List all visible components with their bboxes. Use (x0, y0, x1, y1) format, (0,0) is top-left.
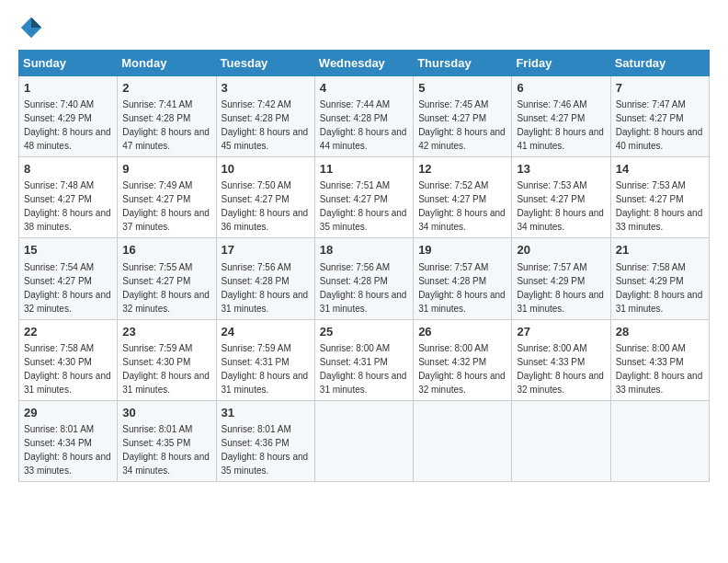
table-row: 29 Sunrise: 8:01 AMSunset: 4:34 PMDaylig… (19, 400, 118, 481)
logo (18, 15, 48, 40)
table-row: 2 Sunrise: 7:41 AMSunset: 4:28 PMDayligh… (118, 76, 216, 157)
calendar-week: 8 Sunrise: 7:48 AMSunset: 4:27 PMDayligh… (19, 157, 710, 238)
table-row: 6 Sunrise: 7:46 AMSunset: 4:27 PMDayligh… (512, 76, 610, 157)
table-row: 28 Sunrise: 8:00 AMSunset: 4:33 PMDaylig… (610, 319, 709, 400)
table-row: 18 Sunrise: 7:56 AMSunset: 4:28 PMDaylig… (314, 238, 413, 319)
table-row: 22 Sunrise: 7:58 AMSunset: 4:30 PMDaylig… (19, 319, 118, 400)
empty-cell (512, 400, 610, 481)
table-row: 31 Sunrise: 8:01 AMSunset: 4:36 PMDaylig… (216, 400, 314, 481)
col-monday: Monday (118, 51, 216, 76)
table-row: 23 Sunrise: 7:59 AMSunset: 4:30 PMDaylig… (118, 319, 216, 400)
table-row: 4 Sunrise: 7:44 AMSunset: 4:28 PMDayligh… (314, 76, 413, 157)
col-wednesday: Wednesday (314, 51, 413, 76)
col-tuesday: Tuesday (216, 51, 314, 76)
logo-icon (18, 15, 44, 40)
table-row: 7 Sunrise: 7:47 AMSunset: 4:27 PMDayligh… (610, 76, 709, 157)
table-row: 17 Sunrise: 7:56 AMSunset: 4:28 PMDaylig… (216, 238, 314, 319)
calendar-week: 15 Sunrise: 7:54 AMSunset: 4:27 PMDaylig… (19, 238, 710, 319)
table-row: 9 Sunrise: 7:49 AMSunset: 4:27 PMDayligh… (118, 157, 216, 238)
table-row: 3 Sunrise: 7:42 AMSunset: 4:28 PMDayligh… (216, 76, 314, 157)
table-row: 13 Sunrise: 7:53 AMSunset: 4:27 PMDaylig… (512, 157, 610, 238)
col-sunday: Sunday (19, 51, 118, 76)
table-row: 27 Sunrise: 8:00 AMSunset: 4:33 PMDaylig… (512, 319, 610, 400)
empty-cell (314, 400, 413, 481)
col-saturday: Saturday (610, 51, 709, 76)
table-row: 15 Sunrise: 7:54 AMSunset: 4:27 PMDaylig… (19, 238, 118, 319)
calendar-week: 1 Sunrise: 7:40 AMSunset: 4:29 PMDayligh… (19, 76, 710, 157)
table-row: 20 Sunrise: 7:57 AMSunset: 4:29 PMDaylig… (512, 238, 610, 319)
calendar-week: 22 Sunrise: 7:58 AMSunset: 4:30 PMDaylig… (19, 319, 710, 400)
col-thursday: Thursday (414, 51, 512, 76)
col-friday: Friday (512, 51, 610, 76)
empty-cell (414, 400, 512, 481)
table-row: 1 Sunrise: 7:40 AMSunset: 4:29 PMDayligh… (19, 76, 118, 157)
table-row: 11 Sunrise: 7:51 AMSunset: 4:27 PMDaylig… (314, 157, 413, 238)
table-row: 21 Sunrise: 7:58 AMSunset: 4:29 PMDaylig… (610, 238, 709, 319)
table-row: 12 Sunrise: 7:52 AMSunset: 4:27 PMDaylig… (414, 157, 512, 238)
table-row: 19 Sunrise: 7:57 AMSunset: 4:28 PMDaylig… (414, 238, 512, 319)
header-row: Sunday Monday Tuesday Wednesday Thursday… (19, 51, 710, 76)
table-row: 8 Sunrise: 7:48 AMSunset: 4:27 PMDayligh… (19, 157, 118, 238)
header (18, 15, 710, 40)
page: Sunday Monday Tuesday Wednesday Thursday… (0, 0, 728, 563)
table-row: 5 Sunrise: 7:45 AMSunset: 4:27 PMDayligh… (414, 76, 512, 157)
table-row: 30 Sunrise: 8:01 AMSunset: 4:35 PMDaylig… (118, 400, 216, 481)
svg-marker-1 (31, 17, 41, 28)
empty-cell (610, 400, 709, 481)
table-row: 14 Sunrise: 7:53 AMSunset: 4:27 PMDaylig… (610, 157, 709, 238)
table-row: 24 Sunrise: 7:59 AMSunset: 4:31 PMDaylig… (216, 319, 314, 400)
table-row: 25 Sunrise: 8:00 AMSunset: 4:31 PMDaylig… (314, 319, 413, 400)
table-row: 10 Sunrise: 7:50 AMSunset: 4:27 PMDaylig… (216, 157, 314, 238)
calendar-week: 29 Sunrise: 8:01 AMSunset: 4:34 PMDaylig… (19, 400, 710, 481)
calendar-table: Sunday Monday Tuesday Wednesday Thursday… (18, 50, 710, 482)
table-row: 16 Sunrise: 7:55 AMSunset: 4:27 PMDaylig… (118, 238, 216, 319)
table-row: 26 Sunrise: 8:00 AMSunset: 4:32 PMDaylig… (414, 319, 512, 400)
